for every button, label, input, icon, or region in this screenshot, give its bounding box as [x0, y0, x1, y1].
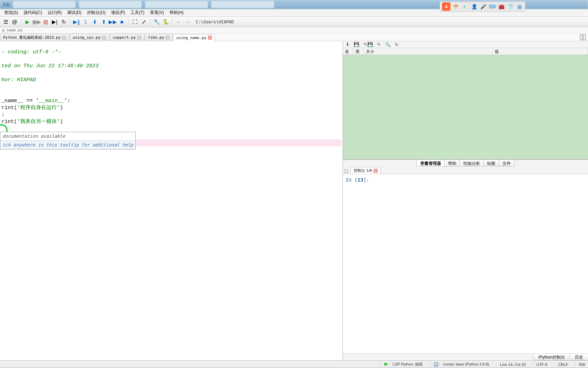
back-icon[interactable]: ←: [174, 18, 183, 26]
ipython-console[interactable]: In [13]:: [343, 174, 588, 353]
tab-ipython-console[interactable]: IPython控制台: [533, 354, 570, 360]
title-version: 3.8): [3, 2, 9, 7]
tab-profiler[interactable]: 性能分析: [460, 160, 484, 167]
status-eol[interactable]: CRLF: [554, 362, 568, 367]
status-encoding[interactable]: UTF-8: [533, 362, 547, 367]
close-icon[interactable]: ×: [102, 36, 106, 40]
ime-mic-icon[interactable]: 🎤: [480, 3, 487, 10]
ime-grid-icon[interactable]: ▦: [516, 3, 523, 10]
code-line: _name__ == '__main__':: [1, 98, 70, 104]
maximize-pane-icon[interactable]: ⛶: [131, 18, 139, 26]
tooltip-summary: documentation available: [0, 132, 135, 140]
editor-tab-strip: Python 量化编程基础-2023.py × using_sys.py × s…: [0, 33, 588, 41]
search-icon[interactable]: 🔍: [385, 42, 391, 47]
documentation-tooltip[interactable]: documentation available ick anywhere in …: [0, 132, 136, 150]
console-prompt: In [13]:: [346, 177, 369, 183]
remove-icon[interactable]: ✎: [377, 42, 381, 47]
tab-label: support.py: [113, 35, 136, 40]
menu-help[interactable]: 帮助(H): [167, 9, 187, 16]
run-cell-icon[interactable]: ▣▶: [32, 18, 41, 26]
ime-toolbox-icon[interactable]: 🧰: [498, 3, 505, 10]
col-size[interactable]: 大小: [364, 48, 493, 55]
fullscreen-icon[interactable]: ⤢: [140, 18, 148, 26]
at-icon[interactable]: @: [10, 18, 19, 26]
step-into-icon[interactable]: ⬇: [91, 18, 99, 26]
editor-tab[interactable]: support.py ×: [110, 34, 144, 41]
ime-skin-icon[interactable]: 👕: [507, 3, 514, 10]
status-conda[interactable]: 🔄 conda: base (Python 3.8.8): [430, 362, 489, 367]
code-line: rint('我来自另一模块'): [1, 119, 63, 125]
close-icon[interactable]: ×: [165, 36, 170, 40]
status-led-icon: [384, 363, 387, 366]
close-icon[interactable]: ×: [374, 169, 378, 173]
console-tab[interactable]: 控制台 1/A ×: [351, 167, 381, 174]
menu-view[interactable]: 查看(V): [147, 9, 167, 16]
console-tab-strip: ☐ 控制台 1/A ×: [343, 167, 588, 174]
import-icon[interactable]: ⬇: [346, 42, 350, 47]
ime-zhong-button[interactable]: 中: [453, 3, 460, 10]
stop-icon[interactable]: ■: [118, 18, 126, 26]
python-path-icon[interactable]: 🐍: [162, 18, 170, 26]
close-icon[interactable]: ×: [62, 36, 66, 40]
ime-toolbar[interactable]: S 中 •, 👤 🎤 ⌨ 🧰 👕 ▦: [440, 1, 525, 12]
sogou-logo-icon: S: [442, 2, 450, 11]
right-pane-tabs: 变量管理器 帮助 性能分析 绘图 文件: [343, 160, 588, 167]
status-cursor-position[interactable]: Line 14, Col 19: [496, 362, 526, 367]
reload-icon[interactable]: ↻: [60, 18, 68, 26]
variable-explorer-header: 名称 类型 大小 值: [343, 48, 588, 55]
tab-variable-explorer[interactable]: 变量管理器: [416, 160, 445, 167]
code-line: rint('程序自身在运行'): [1, 105, 63, 111]
ime-user-icon[interactable]: 👤: [471, 3, 478, 10]
editor-tab[interactable]: Python 量化编程基础-2023.py ×: [0, 34, 69, 41]
tab-help[interactable]: 帮助: [444, 160, 460, 167]
split-pane-icon[interactable]: [580, 34, 586, 40]
tab-history[interactable]: 历史: [570, 354, 588, 360]
variable-explorer-toolbar: ⬇ 💾 ✎💾 ✎ 🔍 ↻: [343, 41, 588, 48]
status-bar: LSP Python: 就绪 🔄 conda: base (Python 3.8…: [0, 360, 588, 368]
close-icon[interactable]: ×: [208, 36, 212, 40]
continue-icon[interactable]: ▶▶: [109, 18, 117, 26]
menu-debug[interactable]: 调试(D): [64, 9, 84, 16]
ime-punct-icon[interactable]: •,: [462, 3, 469, 10]
step-over-icon[interactable]: ⤵: [81, 18, 90, 26]
save-as-icon[interactable]: ✎💾: [363, 42, 373, 47]
code-line: :: [1, 112, 5, 118]
refresh-icon[interactable]: ↻: [395, 42, 399, 47]
step-out-icon[interactable]: ⬆: [100, 18, 108, 26]
run-cell-advance-icon[interactable]: ▶|: [50, 18, 59, 26]
forward-icon[interactable]: →: [183, 18, 192, 26]
console-options-icon[interactable]: ☐: [344, 169, 348, 174]
status-rw[interactable]: RW: [575, 362, 585, 367]
code-line: - coding: utf-8 -*-: [1, 49, 61, 55]
close-icon[interactable]: ×: [137, 36, 141, 40]
tooltip-help-link[interactable]: ick anywhere in this tooltip for additio…: [0, 140, 135, 149]
outline-icon[interactable]: ☰: [1, 18, 10, 26]
run-selection-icon[interactable]: ▥: [41, 18, 50, 26]
editor-tab[interactable]: using_sys.py ×: [70, 34, 109, 41]
menu-tools[interactable]: 工具(T): [128, 9, 147, 16]
editor-tab[interactable]: fibo.py ×: [145, 34, 173, 41]
menu-find[interactable]: 查找(S): [1, 9, 21, 16]
col-name[interactable]: 名称: [343, 48, 353, 55]
tab-label: fibo.py: [148, 35, 164, 40]
tab-label: Python 量化编程基础-2023.py: [3, 35, 61, 40]
tab-files[interactable]: 文件: [499, 160, 515, 167]
code-editor[interactable]: - coding: utf-8 -*- ted on Thu Jun 22 17…: [0, 41, 343, 360]
menu-console[interactable]: 控制台(O): [84, 9, 108, 16]
editor-tab-active[interactable]: using_name.py ×: [173, 34, 215, 41]
status-lsp[interactable]: LSP Python: 就绪: [380, 362, 423, 367]
main-toolbar: ☰ @ ▶ ▣▶ ▥ ▶| ↻ ▶‖ ⤵ ⬇ ⬆ ▶▶ ■ ⛶ ⤢ 🔧 🐍 ← …: [0, 17, 588, 27]
ime-keyboard-icon[interactable]: ⌨: [489, 3, 496, 10]
working-directory-path[interactable]: C:\Users\HIAPAD: [196, 20, 234, 24]
col-value[interactable]: 值: [493, 48, 588, 55]
col-type[interactable]: 类型: [353, 48, 364, 55]
menu-source[interactable]: 源代码(C): [21, 9, 45, 16]
debug-icon[interactable]: ▶‖: [72, 18, 81, 26]
menu-run[interactable]: 运行(R): [45, 9, 65, 16]
menu-project[interactable]: 项目(P): [108, 9, 128, 16]
run-icon[interactable]: ▶: [23, 18, 32, 26]
save-icon[interactable]: 💾: [354, 42, 359, 47]
variable-explorer-body[interactable]: [343, 55, 588, 160]
preferences-icon[interactable]: 🔧: [152, 18, 161, 26]
tab-plots[interactable]: 绘图: [483, 160, 499, 167]
